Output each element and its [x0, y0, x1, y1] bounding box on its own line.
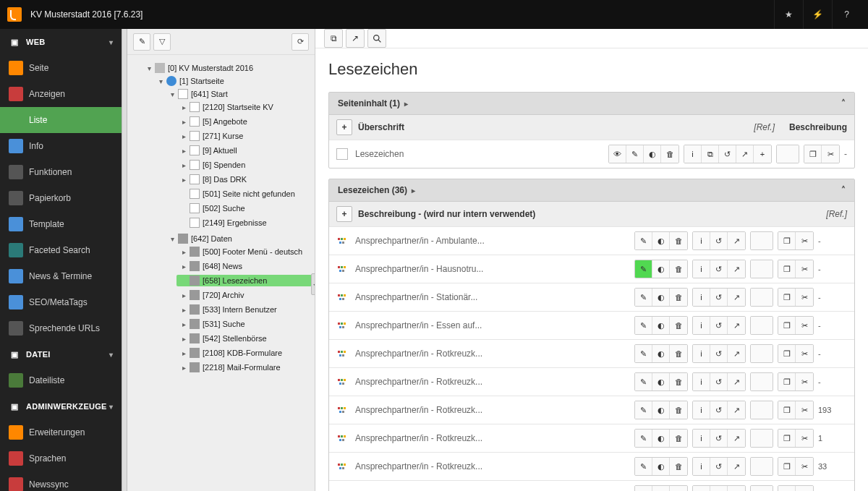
tree-item[interactable]: ▸[2108] KDB-Formulare [176, 347, 312, 359]
hide-icon[interactable]: ◐ [644, 145, 661, 163]
history-icon[interactable]: ↺ [710, 289, 728, 306]
cut-icon[interactable]: ✂ [796, 317, 813, 334]
edit-icon[interactable]: ✎ [635, 430, 652, 447]
copy-icon[interactable]: ❐ [778, 317, 796, 334]
panel-header[interactable]: Seiteninhalt (1)▸ ˄ [329, 93, 854, 114]
history-icon[interactable]: ↺ [719, 145, 736, 163]
tree-item-start[interactable]: ▾[641] Start [165, 88, 312, 100]
info-icon[interactable]: i [693, 458, 710, 475]
hide-icon[interactable]: ◐ [652, 260, 670, 278]
edit-icon[interactable]: ✎ [635, 486, 652, 491]
info-icon[interactable]: i [693, 345, 710, 362]
cut-icon[interactable]: ✂ [796, 260, 813, 278]
cut-icon[interactable]: ✂ [796, 373, 813, 390]
info-icon[interactable]: i [693, 317, 710, 334]
move-icon[interactable]: ⧉ [702, 145, 719, 163]
new-after-icon[interactable]: ↗ [728, 373, 745, 390]
hide-icon[interactable]: ◐ [652, 430, 670, 447]
hide-icon[interactable]: ◐ [652, 317, 670, 334]
hide-icon[interactable]: ◐ [652, 486, 670, 491]
delete-icon[interactable]: 🗑 [670, 232, 687, 249]
tree-item[interactable]: ▸[2218] Mail-Formulare [176, 362, 312, 373]
copy-icon[interactable]: ❐ [778, 373, 796, 390]
module-item[interactable]: SEO/MetaTags [0, 289, 122, 315]
tree-item[interactable]: ▸[533] Intern Benutzer [176, 304, 312, 315]
new-after-icon[interactable]: ↗ [736, 145, 754, 163]
module-item[interactable]: Sprechende URLs [0, 315, 122, 341]
hide-icon[interactable]: ◐ [652, 345, 670, 362]
tree-item[interactable]: ▸[2120] Startseite KV [176, 101, 312, 113]
module-item[interactable]: News & Termine [0, 263, 122, 289]
new-after-icon[interactable]: ↗ [728, 232, 745, 249]
copy-icon[interactable]: ❐ [778, 486, 796, 491]
copy-icon[interactable]: ❐ [778, 401, 796, 419]
row-title[interactable]: Ansprechpartner/in - Rotkreuzk... [355, 433, 482, 443]
module-item[interactable]: Papierkorb [0, 185, 122, 211]
tree-item[interactable]: ▸[500] Footer Menü - deutsch [176, 246, 312, 257]
delete-icon[interactable]: 🗑 [670, 345, 687, 362]
info-icon[interactable]: i [693, 373, 710, 390]
tree-item[interactable]: ▸[6] Spenden [176, 159, 312, 171]
hide-icon[interactable]: ◐ [652, 232, 670, 249]
module-item[interactable]: Template [0, 211, 122, 237]
history-icon[interactable]: ↺ [710, 430, 728, 447]
new-after-icon[interactable]: ↗ [728, 260, 745, 278]
module-group[interactable]: ▣DATEI▾ [0, 341, 122, 367]
info-icon[interactable]: i [693, 289, 710, 306]
cut-icon[interactable]: ✂ [796, 458, 813, 475]
new-after-icon[interactable]: ↗ [728, 401, 745, 419]
module-item[interactable]: Info [0, 133, 122, 159]
copy-icon[interactable]: ❐ [778, 232, 796, 249]
info-icon[interactable]: i [684, 145, 702, 163]
edit-icon[interactable]: ✎ [626, 145, 644, 163]
row-title[interactable]: Ansprechpartner/in - Rotkreuzk... [355, 349, 482, 359]
search-icon[interactable] [367, 29, 386, 48]
info-icon[interactable]: i [693, 401, 710, 419]
module-group[interactable]: ▣WEB▾ [0, 29, 122, 55]
info-icon[interactable]: i [693, 260, 710, 278]
tree-item[interactable]: ▸[271] Kurse [176, 130, 312, 142]
info-icon[interactable]: i [693, 486, 710, 491]
row-title[interactable]: Ansprechpartner/in - Rotkreuzk... [355, 461, 482, 471]
cut-icon[interactable]: ✂ [796, 345, 813, 362]
tree-root[interactable]: ▾[0] KV Musterstadt 2016 [142, 62, 312, 74]
delete-icon[interactable]: 🗑 [670, 430, 687, 447]
tree-item[interactable]: ▸[5] Angebote [176, 116, 312, 127]
tree-item[interactable]: [2149] Ergebnisse [176, 217, 312, 229]
help-icon[interactable]: ? [832, 0, 861, 29]
edit-icon[interactable]: ✎ [635, 345, 652, 362]
delete-icon[interactable]: 🗑 [670, 289, 687, 306]
tree-item[interactable]: ▸[648] News [176, 260, 312, 272]
new-page-icon[interactable]: ✎ [133, 33, 150, 51]
add-record-button[interactable]: + [336, 119, 352, 135]
add-icon[interactable]: + [754, 145, 771, 163]
delete-icon[interactable]: 🗑 [661, 145, 678, 163]
row-title[interactable]: Ansprechpartner/in - Rotkreuzk... [355, 377, 482, 387]
hide-icon[interactable]: ◐ [652, 458, 670, 475]
cut-icon[interactable]: ✂ [796, 289, 813, 306]
new-after-icon[interactable]: ↗ [728, 486, 745, 491]
tree-item-daten[interactable]: ▾[642] Daten [165, 233, 312, 244]
row-title[interactable]: Ansprechpartner/in - Ambulante... [355, 236, 485, 246]
info-icon[interactable]: i [693, 430, 710, 447]
history-icon[interactable]: ↺ [710, 458, 728, 475]
toggle-view-icon[interactable]: ⧉ [324, 29, 343, 48]
copy-icon[interactable]: ❐ [778, 289, 796, 306]
new-after-icon[interactable]: ↗ [728, 458, 745, 475]
module-item[interactable]: Anzeigen [0, 81, 122, 107]
hide-icon[interactable]: ◐ [652, 401, 670, 419]
module-item[interactable]: Erweiterungen [0, 419, 122, 445]
cut-icon[interactable]: ✂ [796, 430, 813, 447]
module-group[interactable]: ▣ADMINWERKZEUGE▾ [0, 393, 122, 419]
delete-icon[interactable]: 🗑 [670, 317, 687, 334]
edit-icon[interactable]: ✎ [635, 260, 652, 278]
new-after-icon[interactable]: ↗ [728, 317, 745, 334]
row-title[interactable]: Lesezeichen [355, 149, 404, 159]
tree-item[interactable]: ▸[720] Archiv [176, 289, 312, 301]
tree-item[interactable]: ▸[9] Aktuell [176, 145, 312, 156]
edit-icon[interactable]: ✎ [635, 373, 652, 390]
delete-icon[interactable]: 🗑 [670, 373, 687, 390]
row-title[interactable]: Ansprechpartner/in - Stationär... [355, 292, 477, 302]
edit-icon[interactable]: ✎ [635, 289, 652, 306]
tree-item[interactable]: [501] Seite nicht gefunden [176, 188, 312, 200]
